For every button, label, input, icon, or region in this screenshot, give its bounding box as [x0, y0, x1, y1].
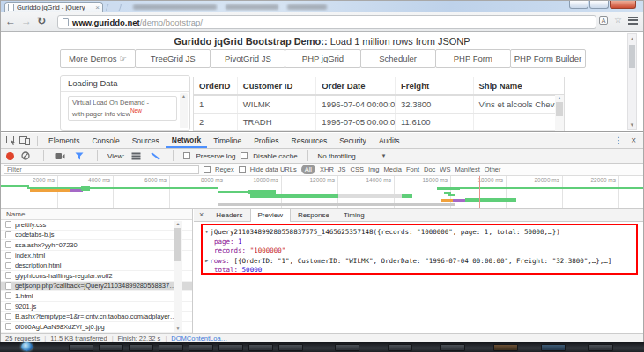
close-detail-icon[interactable]: × [199, 210, 204, 219]
tab-preview[interactable]: Preview [250, 209, 291, 222]
minimize-button[interactable] [569, 1, 588, 9]
tab-timing[interactable]: Timing [337, 209, 372, 220]
table-row[interactable]: 1 WILMK 1996-07-04 00:00:00 32.3800 Vins… [194, 96, 564, 114]
request-row[interactable]: 0f000AgLAaN98XdZVf_sj0.jpg [1, 322, 192, 333]
taskbar-button[interactable] [99, 344, 123, 351]
regex-checkbox[interactable] [204, 166, 211, 173]
devtools-menu-icon[interactable]: ⋮ [614, 136, 623, 145]
tab-sources[interactable]: Sources [126, 134, 166, 147]
tab-profiles[interactable]: Profiles [248, 134, 285, 147]
scroll-up-icon[interactable]: ▲ [555, 95, 564, 101]
tab-audits[interactable]: Audits [373, 134, 406, 147]
taskbar-button[interactable] [218, 344, 243, 351]
tab-console[interactable]: Console [85, 134, 125, 147]
record-button[interactable] [6, 152, 14, 160]
page-scrollbar[interactable]: ▲ ▼ [627, 33, 637, 130]
request-row[interactable]: codetabs-b.js [1, 231, 192, 241]
tab-close-icon[interactable]: × [95, 4, 100, 11]
treegrid-js-button[interactable]: TreeGrid JS [135, 49, 211, 68]
request-row[interactable]: 9201.js [1, 302, 192, 312]
browser-tab[interactable]: Guriddo jqGrid - jQuery × [4, 2, 103, 12]
request-row[interactable]: glyphicons-halflings-regular.woff2 [1, 271, 192, 282]
disclosure-closed-icon[interactable]: ▶ [205, 258, 208, 263]
clear-icon[interactable] [19, 150, 32, 162]
page-security-icon[interactable] [63, 18, 69, 26]
translate-icon[interactable]: A [599, 16, 608, 25]
taskbar-button[interactable] [129, 344, 153, 351]
php-form-builder-button[interactable]: PHP Form Builder [510, 49, 586, 68]
filter-type-manifest[interactable]: Manifest [455, 165, 479, 173]
start-button[interactable] [21, 342, 33, 351]
disable-cache-checkbox[interactable] [241, 152, 248, 159]
close-button[interactable] [610, 1, 636, 9]
col-shipname[interactable]: Ship Name [474, 77, 564, 94]
throttling-select[interactable]: No throttling [318, 152, 356, 160]
scroll-up-icon[interactable]: ▲ [628, 34, 636, 43]
maximize-button[interactable] [589, 1, 609, 9]
tab-network[interactable]: Network [166, 133, 208, 148]
tab-response[interactable]: Response [291, 209, 337, 220]
scheduler-button[interactable]: Scheduler [360, 49, 436, 68]
filter-type-css[interactable]: CSS [351, 165, 364, 173]
taskbar-button[interactable] [69, 344, 93, 351]
grid-scrollbar[interactable]: ▲ [555, 95, 564, 131]
request-row[interactable]: B.ashx?temptype=1&r=.cntv.cn.taobao.com/… [1, 312, 192, 322]
col-freight[interactable]: Freight [396, 77, 474, 94]
col-orderid[interactable]: OrderID [194, 77, 238, 94]
filter-type-other[interactable]: Other [485, 165, 501, 173]
request-row[interactable]: prettify.css [1, 220, 192, 231]
scroll-up-icon[interactable]: ▲ [174, 221, 182, 227]
php-form-button[interactable]: PHP Form [435, 49, 511, 68]
new-tab-button[interactable] [106, 4, 122, 11]
request-row[interactable]: 1.html [1, 291, 192, 302]
tab-headers[interactable]: Headers [209, 209, 249, 220]
demo-list-item[interactable]: Virtual Load On Demand - with pager info… [68, 96, 177, 121]
taskbar-button[interactable] [278, 344, 303, 351]
request-row-selected[interactable]: getjsonp.php?callback=jQuery211034899280… [1, 282, 192, 292]
filter-type-font[interactable]: Font [406, 165, 419, 173]
taskbar-button[interactable] [588, 344, 613, 351]
pivotgrid-js-button[interactable]: PivotGrid JS [210, 49, 285, 68]
taskbar-button[interactable] [189, 344, 213, 351]
name-column-header[interactable]: Name [1, 209, 192, 220]
taskbar-button[interactable] [248, 344, 273, 351]
forward-icon[interactable]: → [21, 15, 32, 27]
network-overview-timeline[interactable]: 2000 ms 4000 ms 6000 ms 8000 ms 10000 ms… [1, 176, 643, 209]
request-row[interactable]: ssa.ashx?yyh=07230 [1, 240, 192, 251]
filter-input[interactable] [4, 165, 199, 174]
filmstrip-camera-icon[interactable] [54, 150, 66, 162]
request-row[interactable]: description.html [1, 260, 192, 271]
filter-type-js[interactable]: JS [338, 165, 346, 173]
bookmark-star-icon[interactable]: ☆ [614, 16, 622, 25]
taskbar-button[interactable] [541, 344, 566, 351]
filter-type-all[interactable]: All [301, 165, 315, 174]
scrollbar-thumb[interactable] [556, 102, 563, 116]
taskbar-button[interactable] [388, 344, 412, 351]
taskbar-button[interactable] [159, 344, 183, 351]
filter-type-doc[interactable]: Doc [424, 165, 435, 173]
taskbar-button[interactable] [335, 344, 359, 351]
taskbar-button[interactable] [493, 344, 518, 351]
filter-type-media[interactable]: Media [384, 165, 402, 173]
view-large-rows-icon[interactable] [130, 150, 142, 162]
reload-icon[interactable]: ↻ [37, 15, 46, 27]
filter-type-img[interactable]: Img [368, 165, 380, 173]
filter-funnel-icon[interactable] [73, 150, 85, 162]
menu-icon[interactable] [628, 17, 638, 25]
scroll-up-icon[interactable]: ▲ [180, 93, 188, 99]
inspect-element-icon[interactable] [4, 135, 17, 146]
taskbar-button[interactable] [440, 344, 465, 351]
request-list-scrollbar[interactable]: ▲ ▼ [174, 221, 182, 332]
preserve-log-checkbox[interactable] [183, 152, 190, 159]
chevron-down-icon[interactable]: ▾ [382, 152, 386, 159]
back-icon[interactable]: ← [5, 15, 16, 27]
scroll-down-icon[interactable]: ▼ [174, 326, 182, 332]
scroll-down-icon[interactable]: ▼ [628, 121, 636, 129]
table-row[interactable]: 2 TRADH 1996-07-05 00:00:00 11.6100 [194, 114, 564, 131]
devtools-close-icon[interactable]: × [631, 136, 636, 145]
tab-elements[interactable]: Elements [42, 134, 85, 147]
col-orderdate[interactable]: Order Date [316, 77, 396, 94]
filter-type-ws[interactable]: WS [440, 165, 450, 173]
json-preview-annotated[interactable]: ▼jQuery211034899280558837575_14656253571… [201, 224, 638, 275]
scrollbar-thumb[interactable] [629, 45, 635, 68]
